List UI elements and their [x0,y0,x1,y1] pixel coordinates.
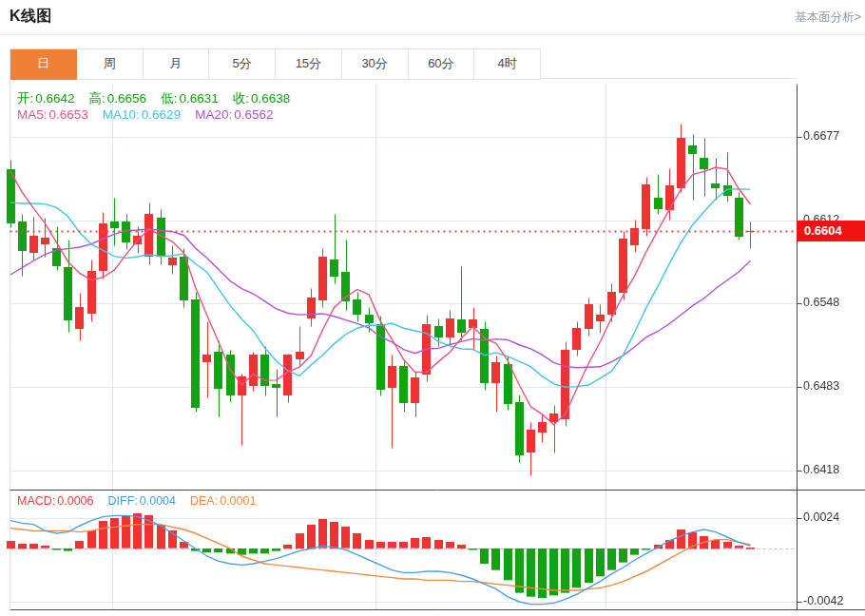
ma-legend-item: MA5:0.6653 [17,107,88,122]
price-tick-label: 0.6548 [803,296,839,309]
legend-value: 0.6631 [179,91,218,106]
legend-value: 0.6638 [251,91,290,106]
interval-tab-3[interactable]: 月 [144,49,210,80]
legend-label: 开: [17,91,33,106]
macd-legend-item: DEA:0.0001 [190,494,256,508]
interval-tab-7[interactable]: 60分 [409,49,475,80]
price-tick-label: 0.6418 [803,463,839,476]
macd-tick-label: -0.0042 [803,594,843,607]
interval-tab-4[interactable]: 5分 [209,49,276,80]
legend-value: 0.6629 [142,107,181,122]
ohlc-legend-item: 收:0.6638 [233,91,291,106]
legend-value: 0.0006 [57,494,93,508]
legend-label: DEA: [190,494,218,508]
interval-tab-1[interactable]: 日 [10,49,77,80]
legend-value: 0.6562 [234,107,273,122]
macd-tick-label: 0.0024 [803,510,839,524]
interval-tab-2[interactable]: 周 [77,49,144,80]
legend-value: 0.6653 [49,107,88,122]
interval-tabs: 日周月5分15分30分60分4时 [10,48,541,80]
legend-value: 0.0001 [220,494,256,508]
fundamental-analysis-link[interactable]: 基本面分析> [795,10,861,26]
header-divider [0,34,865,35]
legend-label: MA20: [195,107,232,122]
ma-legend: MA5:0.6653MA10:0.6629MA20:0.6562 [17,107,287,122]
ma-legend-item: MA20:0.6562 [195,107,273,122]
legend-label: 收: [233,91,249,106]
ma-legend-item: MA10:0.6629 [103,107,181,122]
interval-tab-5[interactable]: 15分 [276,49,342,80]
legend-label: MA5: [17,107,48,122]
ohlc-legend: 开:0.6642高:0.6656低:0.6631收:0.6638 [17,90,304,107]
ohlc-legend-item: 高:0.6656 [89,91,147,106]
ohlc-legend-item: 低:0.6631 [161,91,219,106]
legend-label: DIFF: [108,494,138,508]
legend-label: 高: [89,91,106,106]
page-title: K线图 [10,7,52,27]
price-tick-label: 0.6483 [803,379,839,393]
macd-legend-item: DIFF:0.0004 [108,494,176,508]
tabbar-extension-line [540,78,797,79]
ohlc-legend-item: 开:0.6642 [17,91,75,106]
price-tick-label: 0.6677 [803,129,839,143]
current-price-tag: 0.6604 [797,221,865,241]
legend-value: 0.6656 [107,91,146,106]
legend-value: 0.6642 [35,91,74,106]
macd-legend-item: MACD:0.0006 [17,494,94,508]
legend-label: MA10: [103,107,140,122]
legend-label: MACD: [17,494,55,508]
kline-page: K线图 基本面分析> 日周月5分15分30分60分4时 开:0.6642高:0.… [0,0,865,616]
legend-label: 低: [161,91,177,106]
interval-tab-8[interactable]: 4时 [474,49,541,80]
interval-tab-6[interactable]: 30分 [342,49,409,80]
legend-value: 0.0004 [140,494,176,508]
macd-legend: MACD:0.0006DIFF:0.0004DEA:0.0001 [17,494,270,508]
